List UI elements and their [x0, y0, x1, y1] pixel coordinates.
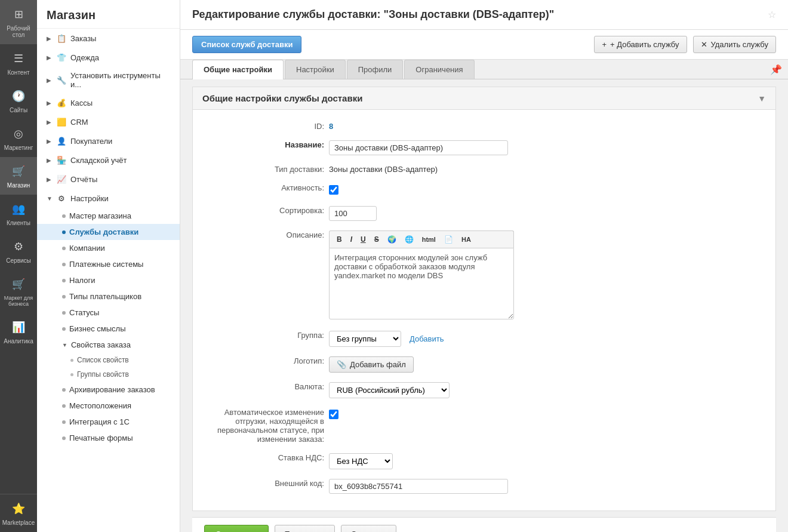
group-value: Без группы Добавить — [329, 328, 764, 347]
sidebar-item-settings[interactable]: ▼ ⚙ Настройки — [37, 189, 180, 208]
currency-select[interactable]: RUB (Российский рубль) — [329, 382, 450, 398]
arrow-icon: ▶ — [47, 100, 53, 106]
editor-underline-button[interactable]: U — [357, 233, 370, 245]
marketing-icon: ◎ — [10, 125, 27, 142]
sidebar-subitem-payer-types[interactable]: Типы плательщиков — [37, 288, 180, 305]
group-select[interactable]: Без группы — [329, 331, 401, 347]
save-button[interactable]: Сохранить — [204, 525, 269, 532]
add-delivery-button[interactable]: + + Добавить службу — [594, 36, 687, 53]
editor-bold-button[interactable]: B — [333, 233, 346, 245]
sidebar-item-buyers[interactable]: ▶ 👤 Покупатели — [37, 131, 180, 150]
sidebar-item-clients[interactable]: 👥 Клиенты — [0, 195, 37, 232]
sidebar-subitem-delivery[interactable]: Службы доставки — [37, 224, 180, 240]
nav-label: Покупатели — [70, 137, 173, 146]
settings-icon: ⚙ — [56, 193, 67, 204]
editor-ha-button[interactable]: HA — [458, 234, 475, 245]
nav-label: Бизнес смыслы — [69, 324, 126, 333]
name-input[interactable] — [329, 140, 508, 155]
sidebar-item-analytics[interactable]: 📊 Аналитика — [0, 313, 37, 350]
favorite-star-icon[interactable]: ☆ — [768, 9, 776, 20]
tab-settings[interactable]: Настройки — [285, 60, 346, 79]
nav-label: Печатные формы — [69, 433, 133, 442]
form-row-auto-change: Автоматическое изменение отгрузки, наход… — [205, 405, 764, 444]
delivery-type-value: Зоны доставки (DBS-адаптер) — [329, 162, 764, 174]
arrow-icon: ▶ — [47, 77, 53, 84]
pin-icon[interactable]: 📌 — [770, 64, 782, 75]
sidebar-item-marketplace[interactable]: ⭐ Marketplace — [0, 494, 37, 532]
sidebar-subitem-statuses[interactable]: Статусы — [37, 305, 180, 321]
form-row-currency: Валюта: RUB (Российский рубль) — [205, 380, 764, 398]
kassa-icon: 💰 — [56, 97, 67, 108]
editor-html-button[interactable]: html — [418, 234, 439, 245]
nds-select[interactable]: Без НДС — [329, 453, 393, 469]
bullet-icon — [70, 373, 73, 376]
sidebar-item-marketing[interactable]: ◎ Маркетинг — [0, 119, 37, 157]
sidebar-item-services[interactable]: ⚙ Сервисы — [0, 232, 37, 270]
activity-checkbox[interactable] — [329, 185, 338, 195]
apply-button[interactable]: Применить — [275, 525, 335, 532]
sidebar-item-shop[interactable]: 🛒 Магазин — [0, 157, 37, 195]
collapse-icon[interactable]: ▼ — [758, 94, 766, 103]
add-file-button[interactable]: 📎 Добавить файл — [329, 356, 414, 373]
sidebar-subitem-print-forms[interactable]: Печатные формы — [37, 430, 180, 446]
id-label: ID: — [205, 119, 324, 131]
editor-globe2-button[interactable]: 🌐 — [401, 233, 417, 245]
editor-globe1-button[interactable]: 🌍 — [384, 233, 400, 245]
sort-input[interactable] — [329, 206, 377, 221]
sidebar-subitem-archiving[interactable]: Архивирование заказов — [37, 382, 180, 398]
bullet-icon — [62, 311, 66, 315]
external-code-input[interactable] — [329, 479, 508, 494]
marketplace-icon: ⭐ — [10, 500, 27, 517]
reports-icon: 📈 — [56, 174, 67, 184]
sidebar-item-content[interactable]: ☰ Контент — [0, 44, 37, 82]
sidebar-item-warehouse[interactable]: ▶ 🏪 Складской учёт — [37, 150, 180, 170]
sidebar-item-reports[interactable]: ▶ 📈 Отчёты — [37, 170, 180, 189]
sidebar-item-desktop[interactable]: ⊞ Рабочий стол — [0, 0, 37, 44]
delivery-type-label: Тип доставки: — [205, 162, 324, 174]
description-value: B I U S 🌍 🌐 html 📄 HA Интеграция сторонн — [329, 228, 764, 321]
delete-delivery-button[interactable]: ✕ Удалить службу — [693, 36, 776, 53]
clothes-icon: 👕 — [56, 52, 67, 63]
sidebar-subitem-master[interactable]: Мастер магазина — [37, 208, 180, 224]
list-delivery-button[interactable]: Список служб доставки — [192, 36, 301, 53]
sidebar-item-kassa[interactable]: ▶ 💰 Кассы — [37, 93, 180, 112]
sidebar-subitem-companies[interactable]: Компании — [37, 240, 180, 256]
desktop-icon: ⊞ — [10, 6, 27, 23]
cancel-button[interactable]: Отменить — [341, 525, 396, 532]
auto-change-checkbox[interactable] — [329, 410, 338, 419]
sidebar-item-bizmarket[interactable]: 🛒 Маркет для бизнеса — [0, 270, 37, 313]
sidebar-subitem-taxes[interactable]: Налоги — [37, 272, 180, 288]
toolbar: Список служб доставки + + Добавить служб… — [180, 30, 788, 60]
sidebar-subsubitem-props-list[interactable]: Список свойств — [37, 353, 180, 367]
nav-label: Кассы — [70, 99, 173, 107]
nav-label: Архивирование заказов — [69, 385, 155, 394]
sidebar-subitem-business[interactable]: Бизнес смыслы — [37, 321, 180, 337]
form-row-nds: Ставка НДС: Без НДС — [205, 451, 764, 469]
tab-limits[interactable]: Ограничения — [404, 60, 474, 79]
description-textarea[interactable]: Интеграция сторонних модулей зон служб д… — [329, 248, 514, 319]
cross-icon: ✕ — [701, 40, 707, 49]
sidebar-item-crm[interactable]: ▶ 🟨 CRM — [37, 112, 180, 131]
editor-doc-button[interactable]: 📄 — [441, 233, 457, 245]
sidebar-item-orders[interactable]: ▶ 📋 Заказы — [37, 29, 180, 48]
sidebar-item-label: Marketplace — [2, 519, 35, 526]
sidebar-item-clothes[interactable]: ▶ 👕 Одежда — [37, 48, 180, 67]
sidebar-subitem-locations[interactable]: Местоположения — [37, 398, 180, 414]
sidebar-item-label: Клиенты — [7, 220, 30, 226]
bullet-icon — [62, 230, 66, 234]
sidebar-subitem-payments[interactable]: Платежные системы — [37, 256, 180, 272]
save-bar: Сохранить Применить Отменить 📌 — [192, 517, 776, 532]
editor-italic-button[interactable]: I — [347, 233, 356, 245]
sidebar-subsubitem-props-groups[interactable]: Группы свойств — [37, 367, 180, 382]
sidebar-item-tools[interactable]: ▶ 🔧 Установить инструменты и... — [37, 67, 180, 93]
sidebar-subitem-1c[interactable]: Интеграция с 1С — [37, 414, 180, 430]
sidebar-item-label: Рабочий стол — [2, 25, 35, 38]
form-row-activity: Активность: — [205, 181, 764, 196]
editor-strikethrough-button[interactable]: S — [371, 233, 383, 245]
tab-general[interactable]: Общие настройки — [192, 60, 284, 79]
tab-profiles[interactable]: Профили — [347, 60, 404, 79]
sidebar-item-sites[interactable]: 🕐 Сайты — [0, 82, 37, 119]
add-group-link[interactable]: Добавить — [410, 334, 444, 343]
nds-value: Без НДС — [329, 451, 764, 469]
sidebar-subitem-order-props[interactable]: ▼ Свойства заказа — [37, 337, 180, 353]
